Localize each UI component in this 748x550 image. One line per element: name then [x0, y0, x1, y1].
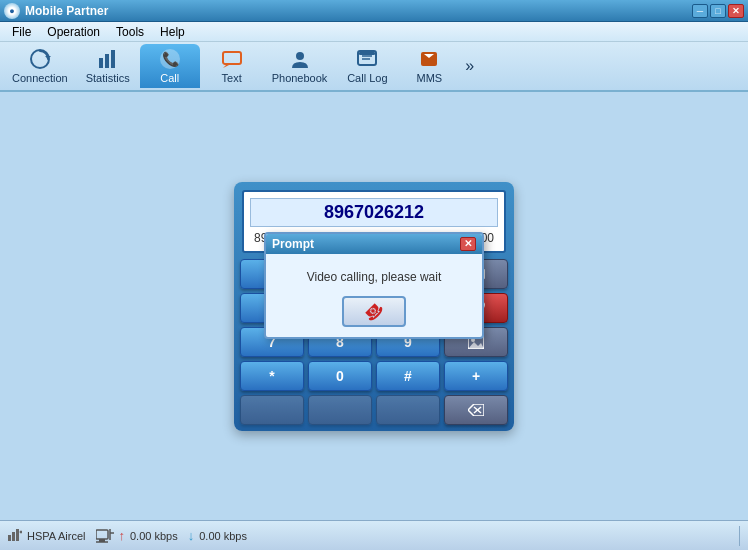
status-bar: HSPA Aircel ↑ 0.00 kbps ↓ 0.00 kbps	[0, 520, 748, 550]
prompt-title-bar: Prompt ✕	[266, 234, 482, 254]
tab-calllog-label: Call Log	[347, 72, 387, 84]
calllog-icon	[355, 48, 379, 70]
tab-call[interactable]: 📞 Call	[140, 44, 200, 88]
statistics-icon	[96, 48, 120, 70]
svg-text:📞: 📞	[161, 51, 179, 68]
svg-rect-26	[16, 529, 19, 541]
svg-marker-21	[468, 404, 484, 416]
svg-rect-2	[99, 58, 103, 68]
window-title: Mobile Partner	[25, 4, 108, 18]
download-arrow-icon: ↓	[188, 528, 195, 543]
svg-marker-1	[45, 56, 51, 59]
tab-mms-label: MMS	[417, 72, 443, 84]
menu-help[interactable]: Help	[152, 23, 193, 41]
phone-number-display: 8967026212	[250, 198, 498, 227]
title-controls: ─ □ ✕	[692, 4, 744, 18]
prompt-hangup-button[interactable]: ☎	[342, 296, 406, 327]
svg-rect-24	[8, 535, 11, 541]
tab-text[interactable]: Text	[202, 44, 262, 88]
download-section: ↓ 0.00 kbps	[188, 528, 247, 543]
main-content: 8967026212 8967026212 Calling 00:00 Prom…	[0, 92, 748, 520]
tab-phonebook[interactable]: Phonebook	[264, 44, 336, 88]
key-empty2[interactable]	[308, 395, 372, 425]
tab-statistics-label: Statistics	[86, 72, 130, 84]
menu-bar: File Operation Tools Help	[0, 22, 748, 42]
svg-rect-13	[359, 52, 375, 55]
menu-operation[interactable]: Operation	[39, 23, 108, 41]
svg-rect-3	[105, 54, 109, 68]
app-icon: ●	[4, 3, 20, 19]
network-section: HSPA Aircel	[8, 527, 86, 544]
svg-marker-20	[468, 342, 484, 349]
call-panel: 8967026212 8967026212 Calling 00:00 Prom…	[234, 182, 514, 431]
tab-text-label: Text	[222, 72, 242, 84]
call-icon: 📞	[158, 48, 182, 70]
maximize-button[interactable]: □	[710, 4, 726, 18]
toolbar: Connection Statistics 📞 Call	[0, 42, 748, 92]
close-button[interactable]: ✕	[728, 4, 744, 18]
signal-icon	[8, 527, 22, 544]
connection-icon	[28, 48, 52, 70]
more-tabs-button[interactable]: »	[461, 57, 478, 75]
menu-file[interactable]: File	[4, 23, 39, 41]
svg-rect-29	[96, 530, 108, 539]
tab-phonebook-label: Phonebook	[272, 72, 328, 84]
title-left: ● Mobile Partner	[4, 3, 108, 19]
title-bar: ● Mobile Partner ─ □ ✕	[0, 0, 748, 22]
key-empty1[interactable]	[240, 395, 304, 425]
svg-point-9	[296, 52, 304, 60]
prompt-body: Video calling, please wait ☎	[266, 254, 482, 337]
key-plus[interactable]: +	[444, 361, 508, 391]
key-0[interactable]: 0	[308, 361, 372, 391]
tab-connection[interactable]: Connection	[4, 44, 76, 88]
prompt-dialog: Prompt ✕ Video calling, please wait ☎	[264, 232, 484, 339]
upload-speed: 0.00 kbps	[130, 530, 178, 542]
upload-section: ↑ 0.00 kbps	[96, 528, 178, 544]
svg-rect-4	[111, 50, 115, 68]
svg-rect-7	[223, 52, 241, 64]
svg-rect-25	[12, 532, 15, 541]
tab-connection-label: Connection	[12, 72, 68, 84]
tab-statistics[interactable]: Statistics	[78, 44, 138, 88]
upload-arrow-icon: ↑	[119, 528, 126, 543]
tab-mms[interactable]: MMS	[399, 44, 459, 88]
prompt-close-button[interactable]: ✕	[460, 237, 476, 251]
minimize-button[interactable]: ─	[692, 4, 708, 18]
menu-tools[interactable]: Tools	[108, 23, 152, 41]
mms-icon	[417, 48, 441, 70]
key-hash[interactable]: #	[376, 361, 440, 391]
key-backspace[interactable]	[444, 395, 508, 425]
hangup-icon: ☎	[360, 297, 388, 325]
status-divider	[739, 526, 740, 546]
tab-call-label: Call	[160, 72, 179, 84]
phonebook-icon	[288, 48, 312, 70]
tab-calllog[interactable]: Call Log	[337, 44, 397, 88]
download-speed: 0.00 kbps	[199, 530, 247, 542]
key-star[interactable]: *	[240, 361, 304, 391]
prompt-message: Video calling, please wait	[276, 270, 472, 284]
key-empty3[interactable]	[376, 395, 440, 425]
text-icon	[220, 48, 244, 70]
network-name: HSPA Aircel	[27, 530, 86, 542]
network-icon	[96, 528, 114, 544]
prompt-title: Prompt	[272, 237, 314, 251]
